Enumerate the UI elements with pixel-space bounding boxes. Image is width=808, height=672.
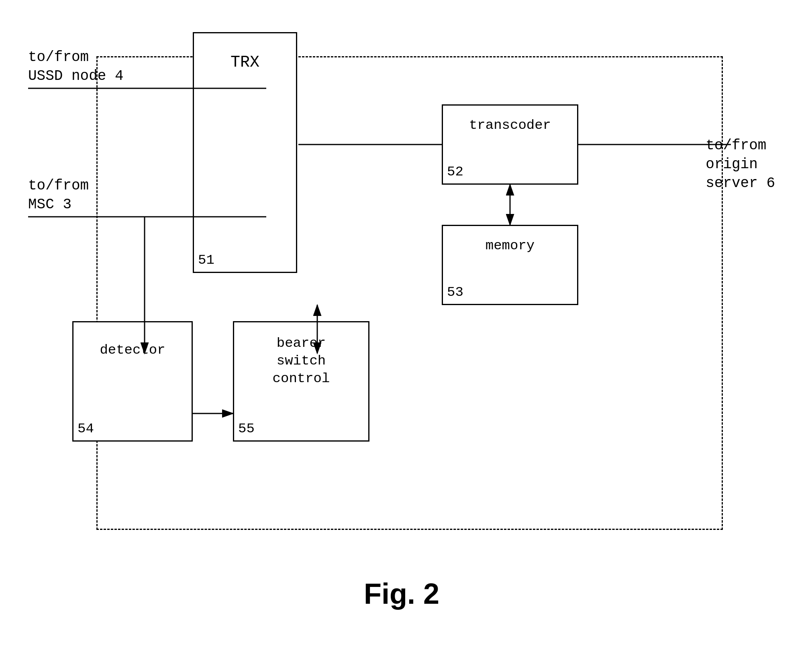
diagram-area: to/from USSD node 4 to/from MSC 3 to/fro… [24,24,779,626]
memory-label: memory [443,238,577,253]
memory-box: memory 53 [442,225,578,305]
transcoder-box: transcoder 52 [442,104,578,185]
detector-label: detector [73,342,192,358]
trx-box: TRX 51 [193,32,297,273]
ussd-label: to/from USSD node 4 [28,48,124,86]
detector-number: 54 [78,421,94,436]
origin-label: to/from origin server 6 [706,136,775,193]
bearer-box: bearer switch control 55 [233,321,369,442]
figure-label: Fig. 2 [364,577,439,610]
memory-number: 53 [447,285,463,300]
trx-number: 51 [198,253,214,268]
msc-label: to/from MSC 3 [28,177,89,214]
detector-box: detector 54 [72,321,193,442]
bearer-number: 55 [238,421,255,436]
trx-label: TRX [194,53,296,71]
bearer-label: bearer switch control [234,334,368,388]
outer-boundary-box [96,56,723,530]
transcoder-number: 52 [447,164,463,179]
transcoder-label: transcoder [443,118,577,133]
